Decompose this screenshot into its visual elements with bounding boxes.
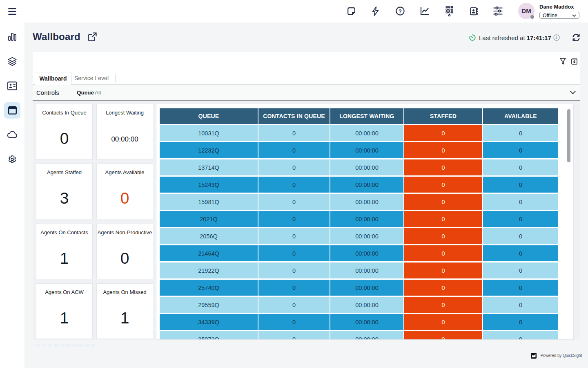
svg-text:?: ?: [399, 8, 402, 14]
